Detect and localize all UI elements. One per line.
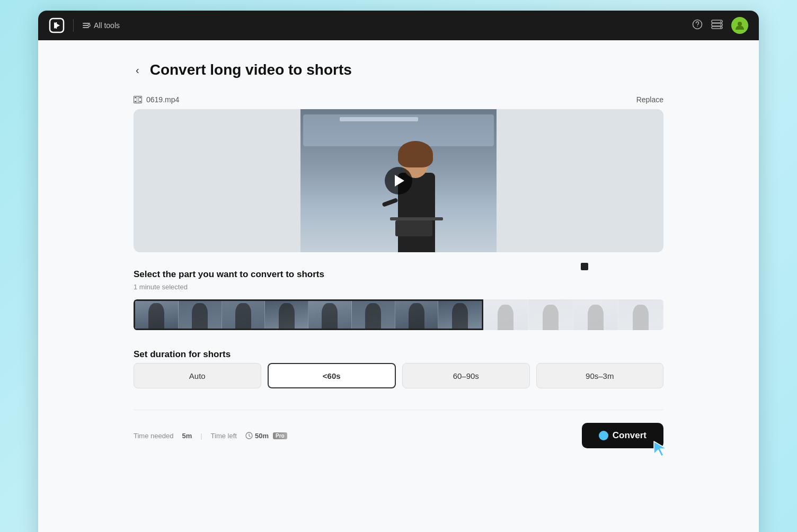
help-icon[interactable] [692,19,703,32]
film-frame-10 [528,299,573,330]
timeline-selected-region[interactable] [134,299,483,330]
svg-marker-20 [654,441,667,456]
time-needed-value: 5m [182,432,192,440]
duration-buttons: Auto <60s 60–90s 90s–3m [134,363,663,388]
navbar-logo [49,17,65,33]
page-title: Convert long video to shorts [150,61,352,78]
capcut-logo-icon [49,17,65,33]
svg-rect-13 [135,97,136,99]
navbar: All tools [38,11,759,40]
navbar-divider [73,19,74,32]
duration-auto-button[interactable]: Auto [134,363,261,388]
film-frame-1 [135,301,179,329]
all-tools-label: All tools [94,21,120,30]
timeline-selected-duration: 1 minute selected [134,283,663,291]
timeline-handle-top[interactable] [581,263,588,270]
svg-point-9 [720,24,721,25]
film-frame-5 [308,301,352,329]
avatar[interactable] [731,17,748,34]
file-name-row: 0619.mp4 [134,95,179,104]
film-frame-4 [265,301,308,329]
cursor-arrow [652,439,671,461]
footer-bar: Time needed 5m | Time left 50m Pro Conve… [134,410,663,448]
duration-section-title: Set duration for shorts [134,349,663,360]
clock-icon [245,432,253,439]
video-preview [134,109,663,252]
svg-point-10 [720,27,721,28]
timeline-section-title: Select the part you want to convert to s… [134,269,663,280]
convert-button[interactable]: Convert [582,423,663,448]
film-frame-7 [395,301,439,329]
storage-icon[interactable] [711,20,723,32]
main-content: ‹ Convert long video to shorts 0619.mp4 … [38,40,759,532]
film-strip-icon [134,96,142,103]
timeline-section: Select the part you want to convert to s… [134,269,663,330]
time-left-label: Time left [211,432,237,440]
timeline-strip [134,299,663,330]
svg-rect-16 [139,101,141,103]
svg-point-2 [88,24,90,26]
time-left-value: 50m [255,432,269,440]
file-name: 0619.mp4 [146,95,179,104]
play-triangle-icon [395,175,404,187]
all-tools-icon [82,21,91,30]
film-frame-11 [573,299,618,330]
footer-divider: | [200,432,202,440]
play-button[interactable] [385,167,412,194]
svg-point-11 [738,22,742,26]
app-window: All tools [38,11,759,532]
page-header: ‹ Convert long video to shorts [134,61,663,78]
convert-dot-icon [599,431,608,440]
film-frame-8 [438,301,482,329]
svg-point-8 [720,21,721,22]
pro-badge: Pro [273,432,287,439]
duration-60s-button[interactable]: <60s [268,363,396,388]
convert-label: Convert [613,430,647,441]
back-button[interactable]: ‹ [134,62,141,78]
timeline-unselected-region [483,299,663,330]
duration-90s-3m-button[interactable]: 90s–3m [536,363,664,388]
film-frame-3 [222,301,265,329]
navbar-right [692,17,748,34]
film-frame-6 [352,301,395,329]
svg-rect-14 [135,101,136,103]
replace-button[interactable]: Replace [636,95,663,104]
film-frame-9 [483,299,528,330]
svg-rect-15 [139,97,141,99]
all-tools-nav[interactable]: All tools [82,21,120,30]
film-frame-12 [618,299,663,330]
film-frame-2 [179,301,222,329]
svg-point-4 [697,25,698,26]
time-needed-label: Time needed [134,432,173,440]
footer-info: Time needed 5m | Time left 50m Pro [134,432,287,440]
duration-60-90s-button[interactable]: 60–90s [402,363,530,388]
file-info-row: 0619.mp4 Replace [134,95,663,104]
duration-section: Set duration for shorts Auto <60s 60–90s… [134,349,663,388]
